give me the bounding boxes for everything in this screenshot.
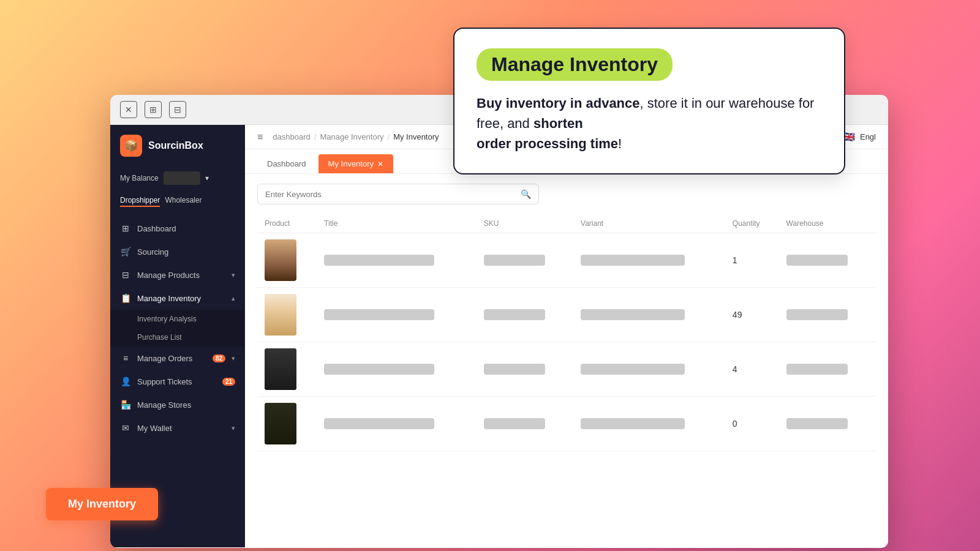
search-input[interactable] [265, 190, 521, 199]
sidebar-item-manage-orders[interactable]: ≡ Manage Orders 82 ▾ [110, 347, 245, 370]
balance-chevron-icon[interactable]: ▾ [205, 174, 209, 182]
search-icon[interactable]: 🔍 [521, 189, 531, 199]
manage-inventory-icon: 📋 [120, 293, 131, 304]
manage-orders-chevron-icon: ▾ [232, 354, 235, 362]
product-image-1 [265, 239, 296, 281]
hamburger-icon[interactable]: ≡ [257, 132, 263, 143]
sku-skeleton-4 [484, 418, 545, 429]
col-title: Title [317, 214, 477, 233]
sku-skeleton-3 [484, 364, 545, 375]
tooltip-title-badge: Manage Inventory [477, 48, 673, 81]
table-row: 1 [257, 233, 876, 288]
tooltip-body-exclaim: ! [618, 136, 622, 151]
warehouse-skeleton-3 [786, 364, 848, 375]
sidebar-item-purchase-list[interactable]: Purchase List [110, 328, 245, 347]
title-skeleton-3 [324, 364, 434, 375]
breadcrumb-sep-1: / [314, 132, 317, 141]
col-quantity: Quantity [725, 214, 779, 233]
tooltip-body: Buy inventory in advance, store it in ou… [477, 93, 822, 154]
warehouse-skeleton-2 [786, 309, 848, 320]
support-tickets-icon: 👤 [120, 376, 131, 387]
breadcrumb-dashboard[interactable]: dashboard [273, 132, 310, 141]
tab-my-inventory[interactable]: My Inventory ✕ [318, 154, 393, 173]
warehouse-skeleton-4 [786, 418, 848, 429]
manage-products-icon: ⊟ [120, 269, 131, 280]
product-image-2 [265, 294, 296, 335]
support-tickets-badge: 21 [222, 378, 235, 386]
my-inventory-floating-button[interactable]: My Inventory [46, 488, 158, 520]
top-bar-right: 🇬🇧 Engl [843, 131, 876, 143]
browser-maximize-btn[interactable]: ⊞ [145, 101, 162, 118]
browser-close-btn[interactable]: ✕ [120, 101, 137, 118]
tab-my-inventory-label: My Inventory [328, 159, 374, 168]
dashboard-icon: ⊞ [120, 223, 131, 234]
sidebar-item-manage-inventory[interactable]: 📋 Manage Inventory ▴ [110, 287, 245, 310]
breadcrumb-sep-2: / [388, 132, 390, 141]
quantity-1: 1 [733, 255, 737, 265]
sidebar-item-sourcing[interactable]: 🛒 Sourcing [110, 240, 245, 263]
browser-minimize-btn[interactable]: ⊟ [169, 101, 186, 118]
sidebar-tab-wholesaler[interactable]: Wholesaler [165, 195, 202, 207]
logo-icon: 📦 [120, 135, 142, 157]
tab-dashboard[interactable]: Dashboard [257, 154, 316, 173]
sku-skeleton-1 [484, 255, 545, 266]
breadcrumb: dashboard / Manage Inventory / My Invent… [273, 132, 439, 141]
my-wallet-icon: ✉ [120, 422, 131, 433]
tab-close-icon[interactable]: ✕ [377, 160, 383, 168]
balance-box [164, 171, 200, 185]
manage-orders-icon: ≡ [120, 353, 131, 364]
quantity-4: 0 [733, 419, 737, 429]
sidebar-item-my-wallet[interactable]: ✉ My Wallet ▾ [110, 416, 245, 440]
sidebar-item-manage-products-label: Manage Products [137, 271, 225, 280]
warehouse-skeleton-1 [786, 255, 848, 266]
sidebar-logo: 📦 SourcinBox [110, 135, 245, 167]
search-bar: 🔍 [257, 184, 539, 204]
sidebar-item-manage-stores-label: Manage Stores [137, 400, 235, 410]
product-image-3 [265, 348, 296, 390]
sidebar-item-manage-stores[interactable]: 🏪 Manage Stores [110, 393, 245, 416]
tab-switcher: Dropshipper Wholesaler [110, 190, 245, 212]
manage-orders-badge: 82 [213, 354, 225, 362]
sidebar-item-manage-orders-label: Manage Orders [137, 354, 206, 363]
breadcrumb-manage-inventory[interactable]: Manage Inventory [320, 132, 383, 141]
lang-label[interactable]: Engl [860, 132, 876, 141]
title-skeleton-4 [324, 418, 434, 429]
sidebar-submenu-inventory: Inventory Analysis Purchase List [110, 310, 245, 347]
table-row: 49 [257, 288, 876, 342]
col-variant: Variant [573, 214, 725, 233]
logo-text: SourcinBox [148, 140, 203, 151]
tooltip-body-bold1: Buy inventory in advance [477, 96, 640, 111]
tooltip-card: Manage Inventory Buy inventory in advanc… [453, 28, 845, 174]
balance-area: My Balance ▾ [110, 167, 245, 190]
sidebar-item-dashboard-label: Dashboard [137, 224, 235, 233]
quantity-3: 4 [733, 364, 737, 374]
sidebar-tab-dropshipper[interactable]: Dropshipper [120, 195, 160, 207]
variant-skeleton-3 [581, 364, 685, 375]
sourcing-icon: 🛒 [120, 246, 131, 257]
variant-skeleton-4 [581, 418, 685, 429]
sidebar-item-manage-products[interactable]: ⊟ Manage Products ▾ [110, 263, 245, 287]
col-product: Product [257, 214, 317, 233]
balance-label: My Balance [120, 174, 159, 182]
title-skeleton-1 [324, 255, 434, 266]
breadcrumb-my-inventory[interactable]: My Inventory [393, 132, 439, 141]
table-header-row: Product Title SKU Variant Quantity Wareh… [257, 214, 876, 233]
my-wallet-chevron-icon: ▾ [232, 424, 235, 432]
inventory-table: Product Title SKU Variant Quantity Wareh… [257, 214, 876, 451]
app-layout: 📦 SourcinBox My Balance ▾ Dropshipper Wh… [110, 125, 888, 547]
col-sku: SKU [477, 214, 573, 233]
product-image-4 [265, 403, 296, 444]
title-skeleton-2 [324, 309, 434, 320]
sidebar: 📦 SourcinBox My Balance ▾ Dropshipper Wh… [110, 125, 245, 547]
sidebar-item-my-wallet-label: My Wallet [137, 424, 225, 433]
manage-inventory-chevron-icon: ▴ [232, 294, 235, 302]
tooltip-title: Manage Inventory [491, 53, 658, 75]
variant-skeleton-1 [581, 255, 685, 266]
sidebar-item-dashboard[interactable]: ⊞ Dashboard [110, 217, 245, 240]
manage-products-chevron-icon: ▾ [232, 271, 235, 279]
sidebar-item-inventory-analysis[interactable]: Inventory Analysis [110, 310, 245, 328]
sku-skeleton-2 [484, 309, 545, 320]
table-row: 4 [257, 342, 876, 397]
sidebar-item-support-tickets[interactable]: 👤 Support Tickets 21 [110, 370, 245, 393]
main-content: ≡ dashboard / Manage Inventory / My Inve… [245, 125, 888, 547]
